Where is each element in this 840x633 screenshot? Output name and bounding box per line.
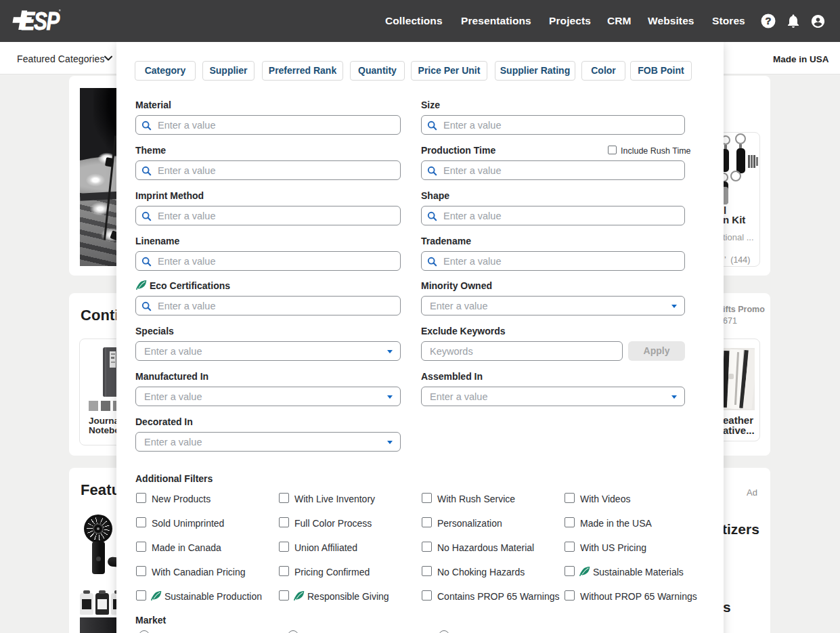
- svg-text:ESP: ESP: [22, 7, 60, 35]
- svg-text:?: ?: [766, 16, 772, 26]
